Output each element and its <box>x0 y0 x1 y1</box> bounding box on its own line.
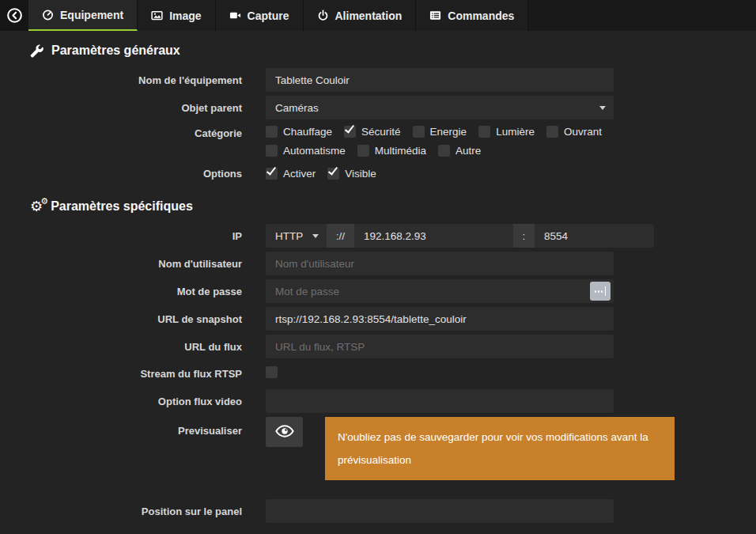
form-row-username: Nom d'utilisateur <box>0 252 756 275</box>
eye-icon <box>274 421 295 444</box>
gauge-icon <box>42 9 54 21</box>
tab-label: Capture <box>248 9 289 22</box>
ip-label: IP <box>0 230 242 242</box>
chevron-down-icon <box>599 106 606 110</box>
form-row-device-name: Nom de l'équipement <box>0 68 756 92</box>
check-icon <box>266 165 276 175</box>
settings-content: Paramètres généraux Nom de l'équipement … <box>0 44 756 523</box>
ellipsis-icon <box>595 290 596 293</box>
checkbox-box <box>357 145 369 157</box>
form-row-snapshot-url: URL de snapshot <box>0 307 756 331</box>
tab-label: Equipement <box>60 9 123 21</box>
arrow-left-circle-icon <box>6 7 23 24</box>
form-row-category: Catégorie Chauffage Sécurité Energie <box>0 126 756 157</box>
password-reveal-button[interactable] <box>590 282 610 301</box>
video-option-input[interactable] <box>266 389 614 413</box>
tab-label: Commandes <box>448 9 514 22</box>
form-row-ip: IP HTTP :// : <box>0 224 756 248</box>
tab-label: Alimentation <box>335 9 403 22</box>
username-label: Nom d'utilisateur <box>0 258 242 270</box>
options-line: Activer Visible <box>266 168 376 180</box>
ip-host-input[interactable] <box>354 224 513 248</box>
list-icon <box>429 9 441 21</box>
checkbox-energie[interactable]: Energie <box>413 126 467 138</box>
back-button[interactable] <box>0 0 28 31</box>
scheme-separator: :// <box>327 224 354 248</box>
snapshot-url-input[interactable] <box>266 307 614 331</box>
tab-alimentation[interactable]: Alimentation <box>304 0 417 31</box>
checkbox-chauffage[interactable]: Chauffage <box>266 126 332 138</box>
checkbox-multimedia[interactable]: Multimédia <box>357 145 426 157</box>
tab-equipement[interactable]: Equipement <box>28 0 138 31</box>
checkbox-rtsp-stream[interactable] <box>266 366 278 378</box>
port-separator: : <box>513 224 535 248</box>
ip-address-group: HTTP :// : <box>266 224 614 248</box>
tab-commandes[interactable]: Commandes <box>416 0 528 31</box>
form-row-panel-position: Position sur le panel <box>0 499 756 523</box>
video-camera-icon <box>229 9 241 21</box>
section-general-title: Paramètres généraux <box>30 44 756 58</box>
section-title-text: Paramètres généraux <box>51 44 180 58</box>
checkbox-securite[interactable]: Sécurité <box>344 126 401 138</box>
video-option-label: Option flux video <box>0 396 242 407</box>
checkbox-automatisme[interactable]: Automatisme <box>266 145 346 157</box>
category-line-1: Chauffage Sécurité Energie Lumière <box>266 126 602 138</box>
tab-bar: Equipement Image Capture Alimentation Co <box>0 0 756 31</box>
section-title-text: Paramètres spécifiques <box>51 199 193 214</box>
protocol-select[interactable]: HTTP <box>266 224 327 248</box>
checkbox-box <box>546 126 558 138</box>
snapshot-url-label: URL de snapshot <box>0 313 242 325</box>
preview-button[interactable] <box>266 417 303 447</box>
form-row-video-option: Option flux video <box>0 389 756 413</box>
checkbox-box <box>266 168 278 180</box>
ip-port-input[interactable] <box>535 224 654 248</box>
category-label: Catégorie <box>0 126 242 139</box>
checkbox-visible[interactable]: Visible <box>327 168 376 180</box>
ellipsis-icon <box>601 290 603 293</box>
form-row-options: Options Activer Visible <box>0 168 756 180</box>
save-warning-message: N'oubliez pas de sauvegarder pour voir v… <box>325 417 675 480</box>
panel-position-label: Position sur le panel <box>0 506 242 517</box>
checkbox-autre[interactable]: Autre <box>438 145 481 157</box>
checkbox-box <box>478 126 490 138</box>
wrench-icon <box>30 44 43 58</box>
checkbox-box <box>327 168 339 180</box>
form-row-parent-object: Objet parent Caméras <box>0 96 756 119</box>
form-row-password: Mot de passe <box>0 279 756 303</box>
device-name-input[interactable] <box>266 68 614 92</box>
stream-url-label: URL du flux <box>0 341 242 353</box>
tab-label: Image <box>169 9 201 22</box>
section-specific-title: ⚙⚙ Paramètres spécifiques <box>30 199 756 214</box>
form-row-preview: Previsualiser N'oubliez pas de sauvegard… <box>0 417 756 480</box>
password-input[interactable] <box>266 279 614 303</box>
select-value: HTTP <box>275 230 303 242</box>
checkbox-box <box>266 126 278 138</box>
checkbox-lumiere[interactable]: Lumière <box>478 126 535 138</box>
parent-object-label: Objet parent <box>0 102 242 114</box>
checkbox-ouvrant[interactable]: Ouvrant <box>546 126 602 138</box>
stream-url-input[interactable] <box>266 335 614 358</box>
checkbox-box <box>413 126 425 138</box>
parent-object-select[interactable]: Caméras <box>266 96 614 119</box>
image-icon <box>151 9 163 21</box>
preview-label: Previsualiser <box>0 417 242 437</box>
password-label: Mot de passe <box>0 286 242 297</box>
tab-image[interactable]: Image <box>138 0 215 31</box>
camera-equipment-settings-page: Equipement Image Capture Alimentation Co <box>0 0 756 523</box>
power-icon <box>317 9 329 21</box>
panel-position-input[interactable] <box>266 499 614 523</box>
checkbox-box <box>438 145 450 157</box>
checkbox-box <box>266 145 278 157</box>
category-line-2: Automatisme Multimédia Autre <box>266 145 602 157</box>
checkbox-box <box>344 126 356 138</box>
checkbox-box <box>266 366 278 378</box>
check-icon <box>328 165 338 175</box>
options-label: Options <box>0 168 242 180</box>
form-row-rtsp-stream: Stream du flux RTSP <box>0 366 756 381</box>
gears-icon: ⚙⚙ <box>30 199 43 214</box>
username-input[interactable] <box>266 252 614 275</box>
tab-capture[interactable]: Capture <box>216 0 304 31</box>
form-row-stream-url: URL du flux <box>0 335 756 358</box>
device-name-label: Nom de l'équipement <box>0 74 242 86</box>
checkbox-activer[interactable]: Activer <box>266 168 316 180</box>
